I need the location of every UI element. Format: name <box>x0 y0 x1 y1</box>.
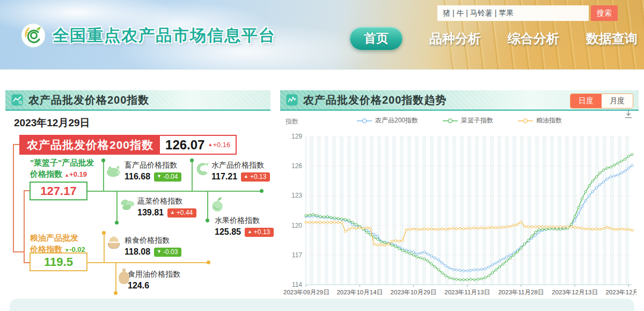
down-triangle-icon <box>157 249 162 254</box>
index-panel: 指 农产品批发价格200指数 2023年12月29日 农产品批发价格200指数 … <box>5 90 270 300</box>
shrimp-icon <box>193 161 210 178</box>
up-triangle-icon <box>244 174 248 179</box>
fruit-icon <box>208 196 226 214</box>
svg-text:2023年11月13日: 2023年11月13日 <box>444 289 490 295</box>
connector-line <box>13 144 14 252</box>
index-tree: 2023年12月29日 农产品批发价格200指数 126.07 +0.16 <box>5 111 270 300</box>
search-button[interactable]: 搜索 <box>591 5 618 21</box>
main-nav: 首页 品种分析 综合分析 数据查询 <box>350 27 638 50</box>
connector-line <box>87 191 263 192</box>
svg-text:2023年10月14日: 2023年10月14日 <box>336 289 383 295</box>
download-icon[interactable] <box>624 110 633 119</box>
connector-line <box>24 190 25 263</box>
site-logo <box>20 23 46 48</box>
chart-meta-row: 指数 农产品200指数菜篮子指数粮油指数 <box>280 113 639 128</box>
grain-oil-index-value: 119.5 <box>30 252 87 271</box>
header-banner: 全国重点农产品市场信息平台 搜索 首页 品种分析 综合分析 数据查询 <box>0 0 644 70</box>
svg-text:2023年11月28日: 2023年11月28日 <box>498 289 544 295</box>
connector-line <box>13 251 25 252</box>
index-date: 2023年12月29日 <box>14 116 90 130</box>
legend-item[interactable]: 粮油指数 <box>518 116 562 125</box>
chart-index-icon: 指 <box>11 93 24 106</box>
svg-text:2023年09月29日: 2023年09月29日 <box>283 289 330 295</box>
change-badge: +0.44 <box>167 208 196 218</box>
legend-item[interactable]: 农产品200指数 <box>357 116 418 125</box>
change-badge: +0.13 <box>245 228 274 237</box>
svg-text:2023年12月28日: 2023年12月28日 <box>605 289 636 295</box>
tab-monthly[interactable]: 月度 <box>602 94 633 108</box>
connector-dot <box>206 219 209 222</box>
grain-oil-index-label: 粮油产品批发 价格指数 -0.02 <box>30 232 85 255</box>
main-index-value: 126.07 <box>160 136 207 154</box>
svg-text:114: 114 <box>292 281 302 288</box>
page: 全国重点农产品市场信息平台 搜索 首页 品种分析 综合分析 数据查询 指 农产品… <box>0 0 644 311</box>
search-input[interactable] <box>437 5 589 21</box>
svg-text:指: 指 <box>18 100 22 104</box>
pig-icon <box>105 162 122 179</box>
search-bar: 搜索 <box>437 5 618 21</box>
svg-text:120: 120 <box>291 222 302 229</box>
connector-dot <box>115 221 119 225</box>
basket-index-label: "菜篮子"产品批发 价格指数 +0.19 <box>30 157 94 180</box>
change-badge: -0.03 <box>154 248 181 257</box>
vegetable-icon <box>119 196 136 213</box>
connector-line <box>116 191 118 222</box>
up-triangle-icon <box>247 229 252 234</box>
up-triangle-icon <box>208 142 213 147</box>
svg-text:117: 117 <box>292 251 302 259</box>
period-toggle: 日度 月度 <box>570 93 633 109</box>
connector-line <box>87 262 209 263</box>
fruit-node: 水果价格指数 125.85 +0.13 <box>215 216 274 237</box>
main-index-label: 农产品批发价格200指数 <box>20 136 160 154</box>
connector-dot <box>260 189 264 193</box>
svg-text:126: 126 <box>291 162 302 170</box>
main-index-change: +0.16 <box>207 136 236 154</box>
brand: 全国重点农产品市场信息平台 <box>20 23 276 48</box>
down-triangle-icon <box>157 174 162 179</box>
aquatic-node: 水产品价格指数 117.21 +0.13 <box>211 161 270 182</box>
grain-icon <box>105 234 122 251</box>
nav-item-comprehensive-analysis[interactable]: 综合分析 <box>508 30 559 47</box>
index-panel-header: 指 农产品批发价格200指数 <box>5 90 270 111</box>
svg-text:123: 123 <box>291 192 302 199</box>
connector-dot <box>207 261 210 264</box>
footer-band <box>10 299 634 311</box>
vegetable-node: 蔬菜价格指数 139.81 +0.44 <box>137 197 196 218</box>
up-triangle-icon <box>64 172 69 178</box>
trend-line-chart[interactable]: 1141171201231261292023年09月29日2023年10月14日… <box>282 128 636 300</box>
nav-item-home[interactable]: 首页 <box>350 27 402 50</box>
main-index-banner: 农产品批发价格200指数 126.07 +0.16 <box>19 135 237 155</box>
connector-dot <box>114 291 118 295</box>
change-badge: +0.13 <box>241 172 270 182</box>
trend-panel-header: 农产品批发价格200指数趋势 日度 月度 <box>280 90 639 111</box>
livestock-node: 畜产品价格指数 116.68 -0.04 <box>125 161 181 182</box>
connector-dot <box>101 158 105 162</box>
connector-line <box>192 161 193 191</box>
change-badge: -0.04 <box>154 172 181 182</box>
trend-chart-icon <box>286 93 298 106</box>
index-panel-title: 农产品批发价格200指数 <box>28 93 149 107</box>
up-triangle-icon <box>170 210 175 215</box>
legend-item[interactable]: 菜篮子指数 <box>443 116 493 125</box>
connector-line <box>103 161 104 191</box>
trend-panel: 农产品批发价格200指数趋势 日度 月度 指数 农产品200指数菜篮子指数粮油指… <box>280 90 639 300</box>
site-title: 全国重点农产品市场信息平台 <box>53 25 276 47</box>
svg-text:2023年10月29日: 2023年10月29日 <box>391 289 437 295</box>
tab-daily[interactable]: 日度 <box>570 94 602 108</box>
trend-panel-title: 农产品批发价格200指数趋势 <box>303 93 447 107</box>
nav-item-data-query[interactable]: 数据查询 <box>586 30 638 47</box>
svg-text:2023年12月13日: 2023年12月13日 <box>552 289 598 295</box>
connector-line <box>115 262 116 293</box>
grain-node: 粮食价格指数 118.08 -0.03 <box>125 236 181 257</box>
nav-item-variety-analysis[interactable]: 品种分析 <box>429 30 481 47</box>
connector-line <box>104 233 105 263</box>
edible-oil-node: 食用油价格指数 124.6 <box>128 270 180 291</box>
svg-text:129: 129 <box>291 133 302 140</box>
chart-legend: 农产品200指数菜篮子指数粮油指数 <box>280 116 639 125</box>
basket-index-value: 127.17 <box>30 182 87 200</box>
